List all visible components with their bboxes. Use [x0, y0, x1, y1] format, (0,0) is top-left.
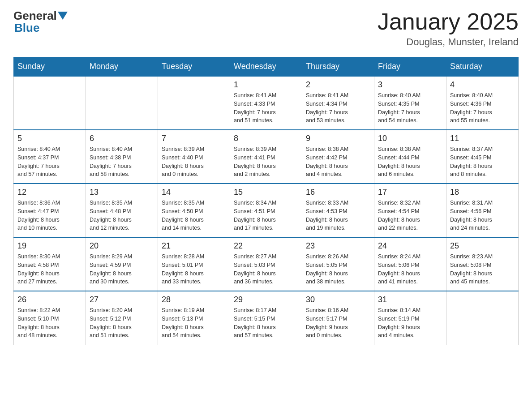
day-number: 29 [234, 295, 298, 304]
day-number: 7 [162, 134, 226, 143]
day-info: Sunrise: 8:19 AM Sunset: 5:13 PM Dayligh… [162, 306, 226, 340]
day-info: Sunrise: 8:33 AM Sunset: 4:53 PM Dayligh… [306, 199, 370, 232]
calendar-cell: 7Sunrise: 8:39 AM Sunset: 4:40 PM Daylig… [158, 130, 230, 184]
calendar-cell [86, 76, 158, 130]
calendar-week-row: 26Sunrise: 8:22 AM Sunset: 5:10 PM Dayli… [14, 291, 519, 345]
calendar-cell: 14Sunrise: 8:35 AM Sunset: 4:50 PM Dayli… [158, 184, 230, 237]
calendar-header-row: SundayMondayTuesdayWednesdayThursdayFrid… [14, 57, 519, 77]
day-number: 14 [162, 188, 226, 197]
calendar-cell: 16Sunrise: 8:33 AM Sunset: 4:53 PM Dayli… [302, 184, 374, 237]
day-info: Sunrise: 8:35 AM Sunset: 4:48 PM Dayligh… [90, 199, 154, 232]
day-of-week-header: Friday [374, 57, 446, 77]
day-number: 18 [450, 188, 515, 197]
day-of-week-header: Saturday [446, 57, 519, 77]
calendar-cell: 25Sunrise: 8:23 AM Sunset: 5:08 PM Dayli… [446, 237, 519, 291]
calendar-cell: 31Sunrise: 8:14 AM Sunset: 5:19 PM Dayli… [374, 291, 446, 345]
day-info: Sunrise: 8:14 AM Sunset: 5:19 PM Dayligh… [378, 306, 442, 340]
day-info: Sunrise: 8:29 AM Sunset: 4:59 PM Dayligh… [90, 253, 154, 286]
calendar-cell: 2Sunrise: 8:41 AM Sunset: 4:34 PM Daylig… [302, 76, 374, 130]
calendar-cell: 8Sunrise: 8:39 AM Sunset: 4:41 PM Daylig… [230, 130, 302, 184]
day-info: Sunrise: 8:41 AM Sunset: 4:33 PM Dayligh… [234, 91, 298, 125]
day-number: 3 [378, 80, 442, 90]
day-info: Sunrise: 8:32 AM Sunset: 4:54 PM Dayligh… [378, 199, 442, 232]
day-info: Sunrise: 8:26 AM Sunset: 5:05 PM Dayligh… [306, 253, 370, 286]
day-info: Sunrise: 8:37 AM Sunset: 4:45 PM Dayligh… [450, 145, 515, 179]
day-number: 25 [450, 241, 515, 251]
day-number: 11 [450, 134, 515, 143]
calendar-cell: 27Sunrise: 8:20 AM Sunset: 5:12 PM Dayli… [86, 291, 158, 345]
day-info: Sunrise: 8:40 AM Sunset: 4:35 PM Dayligh… [378, 91, 442, 125]
day-number: 22 [234, 241, 298, 251]
day-number: 13 [90, 188, 154, 197]
calendar-subtitle: Douglas, Munster, Ireland [378, 36, 519, 48]
calendar-cell: 30Sunrise: 8:16 AM Sunset: 5:17 PM Dayli… [302, 291, 374, 345]
calendar-cell: 29Sunrise: 8:17 AM Sunset: 5:15 PM Dayli… [230, 291, 302, 345]
day-number: 2 [306, 80, 370, 90]
day-info: Sunrise: 8:40 AM Sunset: 4:38 PM Dayligh… [90, 145, 154, 179]
calendar-week-row: 12Sunrise: 8:36 AM Sunset: 4:47 PM Dayli… [14, 184, 519, 237]
day-info: Sunrise: 8:41 AM Sunset: 4:34 PM Dayligh… [306, 91, 370, 125]
day-number: 28 [162, 295, 226, 304]
calendar-cell: 4Sunrise: 8:40 AM Sunset: 4:36 PM Daylig… [446, 76, 519, 130]
day-number: 8 [234, 134, 298, 143]
day-info: Sunrise: 8:40 AM Sunset: 4:37 PM Dayligh… [17, 145, 82, 179]
title-section: January 2025 Douglas, Munster, Ireland [378, 9, 519, 48]
day-info: Sunrise: 8:16 AM Sunset: 5:17 PM Dayligh… [306, 306, 370, 340]
day-info: Sunrise: 8:38 AM Sunset: 4:44 PM Dayligh… [378, 145, 442, 179]
day-info: Sunrise: 8:28 AM Sunset: 5:01 PM Dayligh… [162, 253, 226, 286]
calendar-cell: 3Sunrise: 8:40 AM Sunset: 4:35 PM Daylig… [374, 76, 446, 130]
calendar-cell: 15Sunrise: 8:34 AM Sunset: 4:51 PM Dayli… [230, 184, 302, 237]
calendar-cell: 9Sunrise: 8:38 AM Sunset: 4:42 PM Daylig… [302, 130, 374, 184]
day-of-week-header: Tuesday [158, 57, 230, 77]
calendar-cell: 21Sunrise: 8:28 AM Sunset: 5:01 PM Dayli… [158, 237, 230, 291]
day-number: 21 [162, 241, 226, 251]
day-number: 24 [378, 241, 442, 251]
day-info: Sunrise: 8:40 AM Sunset: 4:36 PM Dayligh… [450, 91, 515, 125]
day-info: Sunrise: 8:22 AM Sunset: 5:10 PM Dayligh… [17, 306, 82, 340]
svg-marker-0 [58, 12, 68, 20]
day-info: Sunrise: 8:39 AM Sunset: 4:40 PM Dayligh… [162, 145, 226, 179]
day-number: 1 [234, 80, 298, 90]
calendar-cell: 19Sunrise: 8:30 AM Sunset: 4:58 PM Dayli… [14, 237, 86, 291]
day-info: Sunrise: 8:30 AM Sunset: 4:58 PM Dayligh… [17, 253, 82, 286]
day-number: 19 [17, 241, 82, 251]
calendar-cell: 10Sunrise: 8:38 AM Sunset: 4:44 PM Dayli… [374, 130, 446, 184]
calendar-cell: 28Sunrise: 8:19 AM Sunset: 5:13 PM Dayli… [158, 291, 230, 345]
day-number: 10 [378, 134, 442, 143]
page-header: General Blue January 2025 Douglas, Munst… [13, 9, 519, 48]
day-number: 9 [306, 134, 370, 143]
day-info: Sunrise: 8:35 AM Sunset: 4:50 PM Dayligh… [162, 199, 226, 232]
calendar-cell: 5Sunrise: 8:40 AM Sunset: 4:37 PM Daylig… [14, 130, 86, 184]
day-of-week-header: Wednesday [230, 57, 302, 77]
calendar-cell: 18Sunrise: 8:31 AM Sunset: 4:56 PM Dayli… [446, 184, 519, 237]
day-info: Sunrise: 8:27 AM Sunset: 5:03 PM Dayligh… [234, 253, 298, 286]
calendar-week-row: 5Sunrise: 8:40 AM Sunset: 4:37 PM Daylig… [14, 130, 519, 184]
calendar-table: SundayMondayTuesdayWednesdayThursdayFrid… [13, 57, 519, 345]
day-info: Sunrise: 8:17 AM Sunset: 5:15 PM Dayligh… [234, 306, 298, 340]
day-number: 5 [17, 134, 82, 143]
day-info: Sunrise: 8:39 AM Sunset: 4:41 PM Dayligh… [234, 145, 298, 179]
logo-arrow-icon [58, 12, 68, 21]
calendar-cell: 23Sunrise: 8:26 AM Sunset: 5:05 PM Dayli… [302, 237, 374, 291]
day-number: 16 [306, 188, 370, 197]
calendar-cell: 12Sunrise: 8:36 AM Sunset: 4:47 PM Dayli… [14, 184, 86, 237]
day-info: Sunrise: 8:23 AM Sunset: 5:08 PM Dayligh… [450, 253, 515, 286]
day-info: Sunrise: 8:36 AM Sunset: 4:47 PM Dayligh… [17, 199, 82, 232]
calendar-week-row: 1Sunrise: 8:41 AM Sunset: 4:33 PM Daylig… [14, 76, 519, 130]
day-info: Sunrise: 8:24 AM Sunset: 5:06 PM Dayligh… [378, 253, 442, 286]
calendar-cell: 6Sunrise: 8:40 AM Sunset: 4:38 PM Daylig… [86, 130, 158, 184]
day-number: 20 [90, 241, 154, 251]
calendar-cell: 11Sunrise: 8:37 AM Sunset: 4:45 PM Dayli… [446, 130, 519, 184]
day-of-week-header: Sunday [14, 57, 86, 77]
calendar-cell: 1Sunrise: 8:41 AM Sunset: 4:33 PM Daylig… [230, 76, 302, 130]
day-number: 4 [450, 80, 515, 90]
day-number: 31 [378, 295, 442, 304]
calendar-cell: 22Sunrise: 8:27 AM Sunset: 5:03 PM Dayli… [230, 237, 302, 291]
calendar-cell: 24Sunrise: 8:24 AM Sunset: 5:06 PM Dayli… [374, 237, 446, 291]
calendar-cell: 13Sunrise: 8:35 AM Sunset: 4:48 PM Dayli… [86, 184, 158, 237]
day-number: 23 [306, 241, 370, 251]
calendar-cell [158, 76, 230, 130]
calendar-cell [14, 76, 86, 130]
day-info: Sunrise: 8:20 AM Sunset: 5:12 PM Dayligh… [90, 306, 154, 340]
day-number: 27 [90, 295, 154, 304]
